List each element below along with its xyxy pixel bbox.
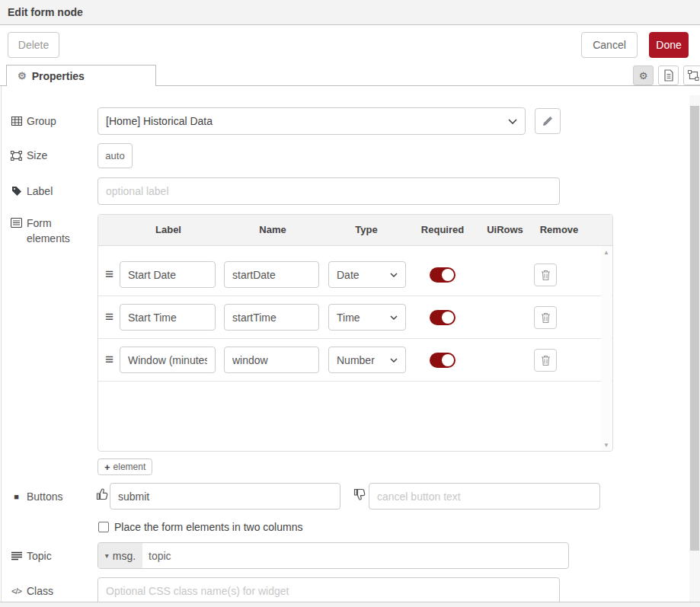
properties-panel: Group [Home] Historical Data Size auto L…: [0, 86, 689, 602]
group-select[interactable]: [Home] Historical Data: [97, 107, 526, 135]
column-header-remove: Remove: [540, 224, 579, 235]
two-columns-option: Place the form elements in two columns: [98, 520, 302, 534]
element-label-input[interactable]: [120, 261, 216, 288]
dialog-title: Edit form node: [0, 0, 700, 25]
document-icon: [663, 69, 674, 81]
thumbs-down-icon: [353, 487, 366, 501]
tab-properties-label: Properties: [32, 70, 85, 82]
list-alt-icon: [11, 218, 22, 228]
form-element-row: ≡ Number: [98, 339, 612, 382]
trash-icon: [541, 312, 551, 324]
form-elements-table: Label Name Type Required UiRows Remove ≡…: [97, 214, 613, 452]
square-icon: ■: [11, 492, 22, 501]
list-icon: [11, 551, 22, 561]
add-element-button[interactable]: + element: [97, 458, 152, 475]
object-group-icon: [11, 151, 22, 161]
column-header-required: Required: [421, 224, 464, 235]
required-toggle[interactable]: [430, 310, 455, 325]
tray-resize-handle[interactable]: [1, 86, 2, 602]
scroll-up-icon[interactable]: ▲: [601, 249, 612, 256]
column-header-uirows: UiRows: [487, 224, 523, 235]
object-group-icon: [688, 70, 699, 81]
description-view-button[interactable]: [658, 65, 679, 85]
label-input[interactable]: [97, 177, 560, 205]
topic-value-input[interactable]: topic: [142, 543, 568, 568]
chevron-down-icon: [390, 315, 398, 320]
scrollbar-thumb[interactable]: [690, 106, 699, 551]
element-type-select[interactable]: Time: [328, 304, 406, 331]
element-type-select[interactable]: Number: [328, 347, 406, 373]
drag-handle-icon[interactable]: ≡: [105, 351, 113, 368]
required-toggle[interactable]: [430, 267, 455, 283]
group-select-value: [Home] Historical Data: [106, 115, 213, 127]
pencil-icon: [542, 116, 553, 126]
code-icon: </>: [11, 586, 22, 596]
topic-type-label: msg.: [113, 550, 136, 562]
class-input[interactable]: [97, 577, 560, 605]
form-element-row: ≡ Date: [98, 254, 612, 296]
submit-button-text-input[interactable]: [110, 483, 340, 510]
edit-group-button[interactable]: [535, 108, 561, 134]
form-elements-body: ≡ Date ≡ Time: [98, 246, 612, 452]
thumbs-up-icon: [95, 487, 109, 501]
column-header-name: Name: [259, 224, 286, 235]
element-label-input[interactable]: [120, 347, 216, 373]
plus-icon: +: [104, 462, 110, 473]
cancel-button-text-input[interactable]: [369, 483, 600, 510]
size-button[interactable]: auto: [97, 143, 133, 168]
delete-button[interactable]: Delete: [8, 32, 59, 58]
element-name-input[interactable]: [224, 261, 319, 288]
remove-element-button[interactable]: [534, 264, 557, 286]
column-header-type: Type: [355, 224, 377, 235]
remove-element-button[interactable]: [534, 306, 557, 329]
tab-bar: ⚙ Properties ⚙: [0, 65, 700, 86]
vertical-scrollbar[interactable]: [689, 95, 700, 602]
topic-typed-input: ▾ msg. topic: [97, 542, 569, 569]
gear-icon: ⚙: [639, 70, 648, 81]
element-label-input[interactable]: [120, 304, 216, 331]
tag-icon: [11, 186, 22, 196]
table-icon: [11, 117, 22, 126]
chevron-down-icon: [508, 119, 517, 124]
properties-view-button[interactable]: ⚙: [633, 65, 654, 85]
done-button[interactable]: Done: [649, 32, 689, 58]
element-name-input[interactable]: [224, 347, 319, 373]
buttons-field-label: ■ Buttons: [11, 483, 62, 510]
class-field-label: </> Class: [11, 577, 53, 604]
chevron-down-icon: [390, 358, 398, 363]
form-elements-header: Label Name Type Required UiRows Remove: [98, 215, 612, 246]
topic-field-label: Topic: [11, 542, 52, 569]
column-header-label: Label: [155, 224, 181, 235]
form-element-row: ≡ Time: [98, 296, 612, 339]
element-type-select[interactable]: Date: [328, 261, 406, 288]
caret-down-icon: ▾: [105, 551, 109, 560]
tab-properties[interactable]: ⚙ Properties: [6, 65, 156, 86]
form-elements-field-label: Formelements: [11, 216, 70, 246]
drag-handle-icon[interactable]: ≡: [105, 308, 113, 325]
two-columns-label: Place the form elements in two columns: [114, 521, 302, 533]
two-columns-checkbox[interactable]: [98, 522, 109, 532]
appearance-view-button[interactable]: [683, 65, 700, 85]
remove-element-button[interactable]: [534, 349, 557, 372]
trash-icon: [541, 355, 551, 366]
label-field-label: Label: [11, 177, 53, 205]
dialog-toolbar: Delete Cancel Done: [0, 25, 700, 65]
chevron-down-icon: [390, 273, 398, 277]
required-toggle[interactable]: [430, 353, 455, 368]
table-scrollbar[interactable]: ▲ ▼: [601, 246, 612, 452]
group-field-label: Group: [11, 107, 56, 135]
topic-type-select[interactable]: ▾ msg.: [98, 543, 142, 568]
footer-strip: [0, 602, 700, 607]
gear-icon: ⚙: [18, 70, 27, 81]
element-name-input[interactable]: [224, 304, 319, 331]
scroll-down-icon[interactable]: ▼: [601, 442, 612, 449]
trash-icon: [541, 270, 551, 281]
drag-handle-icon[interactable]: ≡: [105, 266, 113, 283]
size-field-label: Size: [11, 142, 47, 168]
cancel-button[interactable]: Cancel: [581, 32, 638, 58]
